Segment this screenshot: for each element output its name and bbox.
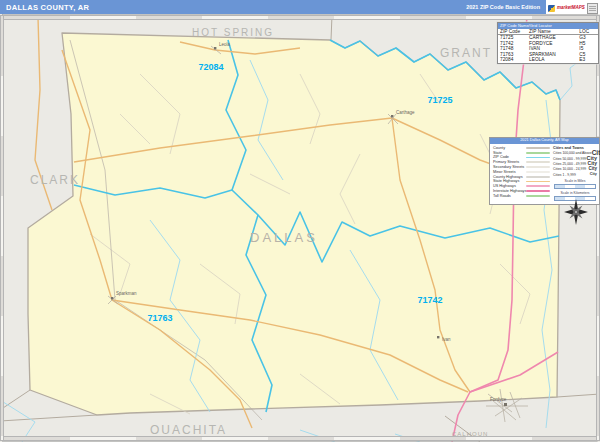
page-title: DALLAS COUNTY, AR (6, 3, 89, 12)
legend-label: State Highways (493, 179, 519, 183)
scale-miles-bar (554, 184, 596, 189)
legend-swatch (526, 152, 550, 154)
legend-label: US Highways (493, 184, 516, 188)
scale-miles-label: Scale in Miles (553, 179, 597, 183)
legend-city-sample: City (590, 173, 597, 177)
legend-swatch (526, 185, 550, 187)
map-legend: 2021 Dallas County, AR Map County State … (489, 137, 600, 205)
zip-label-72084: 72084 (198, 62, 223, 72)
legend-city-row: Cities 1 - 9,999City (553, 172, 597, 177)
table-row: 72084 LEOLA E3 (498, 57, 598, 63)
legend-city-label: Cities 100,000 and Above (553, 151, 592, 155)
legend-swatch (526, 190, 550, 192)
zip-cell-code: 72084 (498, 57, 527, 63)
legend-swatch (526, 171, 550, 173)
legend-label: Primary Streets (493, 160, 519, 164)
zip-code-table: ZIP Code Name/Grid Locator ZIP Code ZIP … (497, 22, 599, 64)
legend-city-label: Cities 25,000 - 49,999 (553, 162, 586, 166)
legend-city-label: Cities 1 - 9,999 (553, 173, 576, 177)
legend-swatch (526, 166, 550, 168)
legend-label: State (493, 151, 502, 155)
zip-cell-name: LEOLA (527, 57, 577, 63)
legend-city-sample: City (588, 167, 597, 172)
table-row: 71725 CARTHAGE G3 (498, 35, 598, 41)
brand-logo-text: marketMAPS (557, 6, 585, 11)
town-label-ivan: Ivan (442, 337, 451, 342)
scale-miles: Scale in Miles (553, 179, 597, 189)
town-label-sparkman: Sparkman (116, 291, 137, 296)
town-label-carthage: Carthage (396, 110, 415, 115)
map-page: DALLAS COUNTY, AR 2021 ZIP Code Basic Ed… (0, 0, 600, 442)
legend-city-label: Cities 10,000 - 24,999 (553, 167, 586, 171)
grid-ruler-bottom (3, 436, 597, 441)
brand-badge (587, 3, 598, 14)
scale-kilometers-label: Scale in Kilometers (553, 191, 597, 195)
legend-label: Interstate Highways (493, 189, 526, 193)
legend-line-column: County State ZIP Code Primary Streets Se… (493, 146, 550, 202)
legend-label: Minor Streets (493, 170, 516, 174)
zip-label-71742: 71742 (417, 295, 442, 305)
grid-ruler-top (3, 15, 597, 20)
neighbor-label-hot-spring: HOT SPRING (192, 27, 274, 38)
legend-label: County Highways (493, 175, 523, 179)
legend-swatch (526, 161, 550, 163)
neighbor-label-clark: CLARK (30, 173, 80, 187)
zip-table-header-row: ZIP Code ZIP Name LOC (498, 29, 598, 35)
legend-swatch (526, 157, 550, 159)
compass-rose-icon (562, 197, 590, 229)
legend-swatch (526, 176, 550, 178)
legend-label: County (493, 146, 505, 150)
grid-ruler-right (596, 15, 600, 441)
neighbor-label-ouachita: OUACHITA (150, 423, 227, 437)
legend-swatch (526, 195, 550, 197)
legend-cities-column: Cities and Towns Cities 100,000 and Abov… (553, 146, 597, 202)
legend-swatch (526, 147, 550, 149)
county-map: HOT SPRING GRANT CLARK OUACHITA CALHOUN … (0, 14, 600, 442)
zip-label-71725: 71725 (427, 95, 452, 105)
legend-label: Secondary Streets (493, 165, 524, 169)
edition-label: 2021 ZIP Code Basic Edition (466, 4, 540, 10)
header-bar: DALLAS COUNTY, AR 2021 ZIP Code Basic Ed… (0, 0, 546, 14)
zip-label-71763: 71763 (147, 313, 172, 323)
legend-label: ZIP Code (493, 155, 509, 159)
county-name-label: DALLAS (250, 230, 318, 245)
grid-ruler-left (0, 15, 4, 441)
zip-cell-loc: E3 (577, 57, 598, 63)
brand-mark-icon (548, 5, 555, 12)
legend-city-label: Cities 50,000 - 99,999 (553, 157, 586, 161)
town-label-leola: Leola (219, 42, 231, 47)
legend-row: Toll Roads (493, 193, 550, 198)
town-label-fordyce: Fordyce (490, 397, 507, 402)
legend-swatch (526, 181, 550, 183)
legend-label: Toll Roads (493, 194, 511, 198)
neighbor-label-grant: GRANT (440, 46, 492, 60)
